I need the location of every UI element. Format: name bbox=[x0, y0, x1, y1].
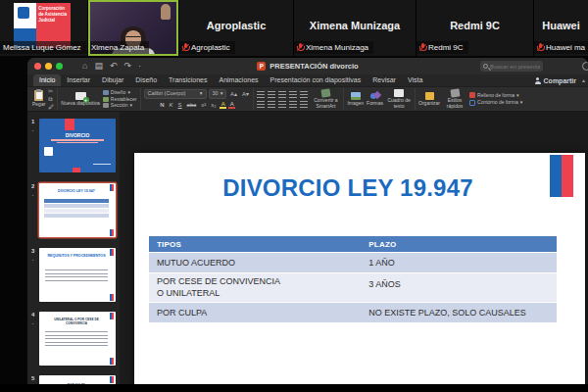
format-painter-icon[interactable]: 🖉 bbox=[48, 104, 54, 110]
participant-name-label: Huawei ma bbox=[534, 41, 588, 54]
tab-insertar[interactable]: Insertar bbox=[61, 74, 96, 86]
slide-4-thumbnail[interactable]: UNILATERAL O POR CESE DE CONVIVENCIA bbox=[39, 312, 116, 366]
tab-inicio[interactable]: Inicio bbox=[33, 74, 61, 86]
slide-table[interactable]: TIPOS PLAZO MUTUO ACUERDO 1 AÑO POR CESE… bbox=[149, 236, 557, 323]
minimize-window-button[interactable] bbox=[45, 63, 52, 70]
slide-number: 4 bbox=[31, 312, 34, 318]
participant-tile-agroplastic[interactable]: Agroplastic Agroplastic bbox=[179, 0, 294, 56]
font-name-select[interactable]: Calibri (Cuerpo) ▾ bbox=[144, 89, 207, 99]
bold-button[interactable]: N bbox=[159, 102, 166, 108]
tab-revisar[interactable]: Revisar bbox=[367, 74, 402, 86]
reset-label: Restablecer bbox=[111, 97, 137, 102]
table-header-row: TIPOS PLAZO bbox=[149, 236, 557, 253]
maximize-window-button[interactable] bbox=[56, 63, 63, 70]
table-row[interactable]: MUTUO ACUERDO 1 AÑO bbox=[149, 253, 557, 273]
numbering-icon[interactable] bbox=[268, 91, 275, 98]
copy-icon[interactable]: ⧉ bbox=[48, 96, 54, 102]
thumb-title: UNILATERAL O POR CESE DE CONVIVENCIA bbox=[46, 318, 106, 324]
font-name-value: Calibri (Cuerpo) bbox=[148, 91, 186, 97]
animation-indicator-icon: ⋆ bbox=[31, 192, 34, 198]
current-slide[interactable]: DIVORCIO LEY 19.947 TIPOS PLAZO MUTUO AC… bbox=[134, 153, 585, 384]
cut-icon[interactable]: ✂ bbox=[48, 88, 54, 94]
participant-display-name: Huawei bbox=[534, 20, 588, 31]
reset-button[interactable]: Restablecer bbox=[103, 97, 137, 102]
collapse-ribbon-icon[interactable]: ▴ bbox=[582, 76, 585, 83]
line-spacing-icon[interactable] bbox=[300, 91, 308, 98]
columns-icon[interactable] bbox=[300, 101, 308, 108]
participant-tile-redmi[interactable]: Redmi 9C Redmi 9C bbox=[416, 0, 534, 56]
participant-tile-ximena-munizaga[interactable]: Ximena Munizaga Ximena Munizaga bbox=[294, 0, 416, 56]
home-icon[interactable]: ⌂ bbox=[82, 62, 87, 71]
flag-red-half bbox=[562, 155, 573, 197]
shape-fill-icon bbox=[469, 92, 475, 98]
italic-button[interactable]: K bbox=[168, 102, 174, 108]
grow-font-icon[interactable]: A▴ bbox=[228, 91, 238, 97]
table-row[interactable]: POR CESE DE CONVIVENCIA O UNILATERAL 3 A… bbox=[149, 273, 557, 303]
insert-shapes-button[interactable]: Formas bbox=[367, 92, 383, 107]
shape-fill-button[interactable]: Relleno de forma ▾ bbox=[469, 92, 522, 98]
thumb-mini-table bbox=[44, 199, 109, 218]
strikethrough-button[interactable]: abc bbox=[185, 102, 198, 108]
participant-tile-ximena-zapata[interactable]: Ximena Zapata bbox=[88, 0, 179, 56]
superscript-button[interactable]: x² bbox=[200, 102, 208, 108]
layout-button[interactable]: Diseño ▾ bbox=[103, 90, 137, 95]
slide-2-thumbnail-selected[interactable]: DIVORCIO LEY 19.947 bbox=[39, 183, 116, 237]
align-left-icon[interactable] bbox=[257, 101, 265, 108]
undo-icon[interactable]: ↶ bbox=[110, 62, 118, 71]
slide-title[interactable]: DIVORCIO LEY 19.947 bbox=[134, 174, 562, 202]
font-size-select[interactable]: 30 ▾ bbox=[209, 89, 227, 99]
arrange-button[interactable]: Organizar bbox=[418, 92, 440, 107]
quick-styles-button[interactable]: Estilos rápidos bbox=[443, 89, 466, 109]
tab-animaciones[interactable]: Animaciones bbox=[214, 74, 265, 86]
underline-button[interactable]: S bbox=[176, 102, 183, 108]
insert-image-button[interactable]: Imagen bbox=[347, 92, 364, 107]
bullets-icon[interactable] bbox=[257, 91, 265, 98]
justify-icon[interactable] bbox=[289, 101, 297, 108]
share-button[interactable]: Compartir bbox=[535, 77, 576, 84]
close-window-button[interactable] bbox=[34, 63, 41, 70]
section-button[interactable]: Sección ▾ bbox=[103, 103, 137, 108]
subscript-button[interactable]: x₂ bbox=[210, 102, 218, 108]
search-input[interactable] bbox=[490, 64, 540, 70]
thumb-flag-icon bbox=[110, 229, 114, 236]
participant-tile-huawei[interactable]: Huawei Huawei ma bbox=[534, 0, 588, 56]
save-icon[interactable]: ▤ bbox=[94, 62, 103, 71]
shrink-font-icon[interactable]: A▾ bbox=[240, 91, 250, 97]
highlight-color-button[interactable]: A bbox=[220, 101, 226, 109]
slide-1-thumbnail[interactable]: DIVORCIO bbox=[39, 119, 116, 172]
smartart-button[interactable]: Convertir a SmartArt bbox=[311, 89, 340, 109]
customize-toolbar-icon[interactable]: · bbox=[138, 62, 141, 71]
slides-stack: Diseño ▾ Restablecer Sección ▾ bbox=[103, 90, 137, 108]
slide-3-thumbnail[interactable]: REQUISITOS Y PROCEDIMIENTOS bbox=[39, 248, 116, 302]
insert-textbox-button[interactable]: Cuadro de texto bbox=[386, 89, 412, 109]
align-center-icon[interactable] bbox=[268, 101, 275, 108]
chevron-down-icon: ▾ bbox=[130, 103, 133, 108]
tab-diseno[interactable]: Diseño bbox=[129, 74, 163, 86]
tab-vista[interactable]: Vista bbox=[402, 74, 428, 86]
slide-5-thumbnail[interactable]: POR CULPA bbox=[39, 375, 116, 384]
search-box[interactable] bbox=[480, 61, 543, 72]
slide-thumbnail-panel: 1 ⋆ DIVORCIO 2 ⋆ bbox=[27, 112, 120, 384]
section-label: Sección bbox=[111, 103, 128, 108]
table-row[interactable]: POR CULPA NO EXISTE PLAZO, SOLO CAUSALES bbox=[149, 303, 557, 323]
participant-tile-melissa[interactable]: Corporación de Asistencia Judicial Melis… bbox=[0, 0, 88, 56]
portrait-hair bbox=[121, 26, 146, 52]
indent-increase-icon[interactable] bbox=[289, 91, 297, 98]
tab-presentacion[interactable]: Presentación con diapositivas bbox=[265, 74, 368, 86]
font-color-button[interactable]: A bbox=[228, 101, 235, 109]
indent-decrease-icon[interactable] bbox=[278, 91, 286, 98]
shape-outline-button[interactable]: Contorno de forma ▾ bbox=[469, 100, 522, 106]
redo-icon[interactable]: ↷ bbox=[124, 62, 132, 71]
shapes-label: Formas bbox=[367, 101, 383, 107]
plus-icon: + bbox=[83, 97, 89, 103]
new-slide-button[interactable]: + Nueva diapositiva bbox=[61, 92, 99, 107]
paste-button[interactable]: Pegar bbox=[32, 90, 45, 108]
participant-name-text: Ximena Zapata bbox=[91, 43, 144, 52]
feedback-icon[interactable] bbox=[582, 62, 588, 71]
paragraph-icons bbox=[257, 91, 308, 108]
paragraph-group: Convertir a SmartArt bbox=[254, 88, 344, 110]
tab-dibujar[interactable]: Dibujar bbox=[96, 74, 129, 86]
align-right-icon[interactable] bbox=[278, 101, 286, 108]
animation-indicator-icon: ⋆ bbox=[31, 320, 34, 326]
tab-transiciones[interactable]: Transiciones bbox=[163, 74, 213, 86]
